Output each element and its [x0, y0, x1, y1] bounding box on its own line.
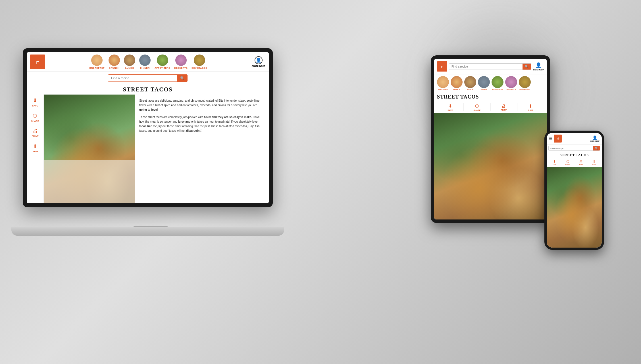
laptop-cat-brunch-img [109, 55, 120, 66]
tablet-screen: ⑁ 🔍 👤 SIGN IN/UP BREAKFAST [434, 59, 547, 219]
laptop-cat-brunch-label: BRUNCH [109, 67, 120, 69]
tablet-taco-visual [434, 113, 547, 219]
tablet-cat-beverages-label: BEVERAGES [519, 89, 530, 90]
laptop-cat-beverages[interactable]: BEVERAGES [192, 55, 207, 69]
tablet-cat-desserts[interactable]: DESSERTS [505, 76, 517, 90]
laptop-categories: BREAKFAST BRUNCH LUNCH DINNER [47, 55, 249, 69]
tablet-content [434, 113, 547, 219]
phone-menu-button[interactable]: ☰ [549, 136, 553, 141]
tablet-print-icon: 🖨 [501, 103, 506, 108]
phone-share-button[interactable]: ⬡ SHARE [561, 160, 575, 166]
tablet-save-label: SAVE [448, 109, 453, 111]
laptop-cat-dinner[interactable]: DINNER [139, 55, 151, 69]
tablet-share-icon: ⬡ [475, 103, 479, 109]
laptop-cat-desserts-img [175, 55, 187, 66]
tablet-cat-appetizers[interactable]: APPETIZERS [492, 76, 503, 90]
laptop-cat-breakfast-label: BREAKFAST [90, 67, 105, 69]
tablet-action-bar: ⬇ SAVE ⬡ SHARE 🖨 PRINT ⬆ JUMP [434, 102, 547, 113]
laptop-cat-brunch[interactable]: BRUNCH [109, 55, 120, 69]
tablet-save-icon: ⬇ [448, 103, 452, 109]
laptop-user-icon: 👤 [255, 56, 263, 64]
laptop-recipe-image [44, 95, 135, 203]
laptop-cat-lunch[interactable]: LUNCH [124, 55, 135, 69]
laptop-share-label: SHARE [31, 120, 39, 122]
laptop-save-button[interactable]: ⬇ SAVE [32, 97, 38, 107]
laptop-jump-icon: ⬆ [33, 143, 37, 149]
tablet-cat-brunch[interactable]: BRUNCH [451, 76, 463, 90]
tablet-cat-beverages[interactable]: BEVERAGES [519, 76, 531, 90]
laptop-cat-lunch-label: LUNCH [125, 67, 134, 69]
phone-print-icon: 🖨 [579, 160, 582, 164]
laptop-save-icon: ⬇ [33, 97, 37, 104]
tablet-cat-appetizers-label: APPETIZERS [492, 89, 503, 90]
laptop-cat-breakfast[interactable]: BREAKFAST [90, 55, 105, 69]
tablet-cat-dinner-img [478, 76, 490, 88]
laptop-print-label: PRINT [32, 135, 39, 137]
laptop-cat-breakfast-img [91, 55, 103, 66]
laptop-cat-lunch-img [124, 55, 135, 66]
phone-signin-button[interactable]: 👤 SIGN IN/UP [590, 135, 600, 142]
tablet-cat-lunch[interactable]: LUNCH [464, 76, 476, 90]
laptop-search-input[interactable] [108, 75, 177, 81]
laptop-page-title: STREET TACOS [27, 85, 269, 95]
phone-navbar: ☰ ⑁ 👤 SIGN IN/UP [547, 133, 602, 145]
tablet-cat-beverages-img [519, 76, 531, 88]
laptop-cat-appetizers[interactable]: APPETIZERS [155, 55, 170, 69]
tablet-device: ⑁ 🔍 👤 SIGN IN/UP BREAKFAST [431, 55, 550, 223]
tablet-cat-dinner[interactable]: DINNER [478, 76, 490, 90]
laptop-jump-button[interactable]: ⬆ JUMP [32, 143, 38, 153]
laptop-print-icon: 🖨 [33, 128, 38, 134]
phone-save-icon: ⬇ [553, 160, 556, 164]
tablet-signin-button[interactable]: 👤 SIGN IN/UP [533, 62, 544, 71]
tablet-search-button[interactable]: 🔍 [523, 64, 531, 70]
phone-action-bar: ⬇ SAVE ⬡ SHARE 🖨 PRINT ⬆ JUMP [547, 158, 602, 167]
laptop-signin-label: SIGN IN/UP [251, 65, 265, 68]
laptop-main-content: Street tacos are delicious, amazing, and… [44, 95, 269, 203]
laptop-screen: ⑁ BREAKFAST BRUNCH LUNCH [27, 52, 269, 203]
laptop-print-button[interactable]: 🖨 PRINT [32, 128, 39, 137]
tablet-share-label: SHARE [474, 109, 481, 111]
phone-signin-label: SIGN IN/UP [590, 140, 600, 142]
tablet-jump-icon: ⬆ [529, 103, 532, 109]
tablet-search-input[interactable] [449, 64, 523, 70]
tablet-cat-desserts-img [505, 76, 517, 88]
phone-user-icon: 👤 [592, 135, 597, 140]
laptop-signin-button[interactable]: 👤 SIGN IN/UP [251, 56, 265, 68]
laptop-search-bar: 🔍 [27, 72, 269, 85]
tablet-cat-brunch-label: BRUNCH [453, 89, 460, 90]
phone-jump-label: JUMP [592, 164, 596, 166]
laptop-navbar: ⑁ BREAKFAST BRUNCH LUNCH [27, 52, 269, 72]
laptop-save-label: SAVE [32, 104, 38, 107]
laptop-search-button[interactable]: 🔍 [177, 75, 187, 81]
phone-save-button[interactable]: ⬇ SAVE [548, 160, 561, 166]
phone-jump-button[interactable]: ⬆ JUMP [588, 160, 601, 166]
tablet-share-button[interactable]: ⬡ SHARE [464, 103, 490, 111]
phone-search-button[interactable]: 🔍 [593, 146, 600, 150]
phone-jump-icon: ⬆ [593, 160, 596, 164]
laptop-logo: ⑁ [30, 55, 45, 69]
tablet-outer: ⑁ 🔍 👤 SIGN IN/UP BREAKFAST [431, 55, 550, 223]
tablet-jump-button[interactable]: ⬆ JUMP [517, 103, 544, 111]
tablet-print-button[interactable]: 🖨 PRINT [491, 103, 517, 111]
phone-screen: ☰ ⑁ 👤 SIGN IN/UP 🔍 STREET TACOS ⬇ [547, 133, 602, 248]
laptop-share-button[interactable]: ⬡ SHARE [31, 113, 39, 122]
phone-save-label: SAVE [553, 164, 556, 166]
tablet-save-button[interactable]: ⬇ SAVE [437, 103, 464, 111]
tablet-logo: ⑁ [437, 61, 447, 72]
tablet-cat-lunch-img [464, 76, 476, 88]
tablet-navbar: ⑁ 🔍 👤 SIGN IN/UP [434, 59, 547, 74]
phone-taco-visual [547, 167, 602, 248]
phone-search-input[interactable] [549, 146, 593, 150]
tablet-cat-breakfast[interactable]: BREAKFAST [437, 76, 449, 90]
tablet-cat-dinner-label: DINNER [480, 89, 487, 90]
tablet-cat-lunch-label: LUNCH [467, 89, 473, 90]
phone-print-button[interactable]: 🖨 PRINT [574, 160, 588, 166]
laptop-content: ⬇ SAVE ⬡ SHARE 🖨 PRINT ⬆ JUMP [27, 95, 269, 203]
tablet-cat-appetizers-img [492, 76, 503, 88]
laptop-base [11, 227, 284, 236]
laptop-cat-desserts[interactable]: DESSERTS [174, 55, 188, 69]
phone-logo: ⑁ [554, 135, 562, 143]
tablet-recipe-image [434, 113, 547, 219]
tablet-search-wrap: 🔍 [449, 63, 531, 70]
tablet-jump-label: JUMP [528, 109, 533, 111]
